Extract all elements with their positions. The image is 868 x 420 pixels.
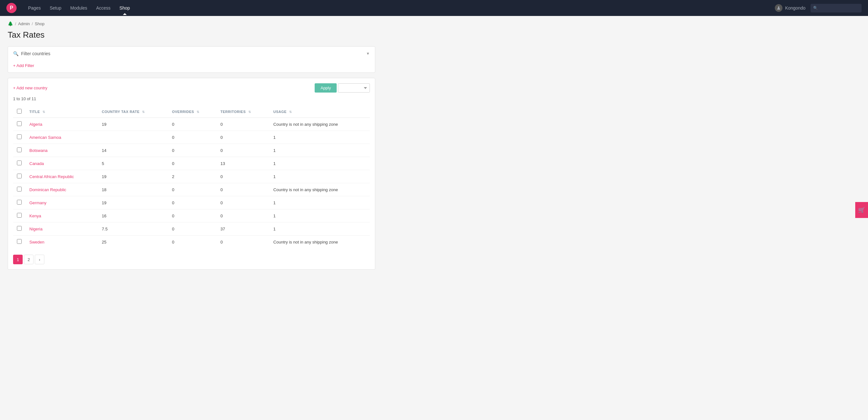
pagination: 12› <box>13 255 370 264</box>
sort-overrides-icon: ⇅ <box>196 110 199 114</box>
nav-link-access[interactable]: Access <box>92 3 114 12</box>
row-checkbox-8[interactable] <box>17 226 22 231</box>
row-usage-8: 1 <box>270 222 370 236</box>
row-taxrate-6: 19 <box>98 196 168 209</box>
filter-chevron-icon: ▼ <box>366 51 370 56</box>
country-link-0[interactable]: Algeria <box>29 122 42 127</box>
row-checkbox-cell <box>13 170 26 183</box>
row-territories-8: 37 <box>217 222 270 236</box>
add-filter-link[interactable]: + Add Filter <box>8 61 375 72</box>
row-title-4: Central African Republic <box>26 170 98 183</box>
col-title[interactable]: Title ⇅ <box>26 106 98 118</box>
table-row: Germany 19 0 0 1 <box>13 196 370 209</box>
row-checkbox-cell <box>13 118 26 131</box>
row-taxrate-4: 19 <box>98 170 168 183</box>
cart-icon: 🛒 <box>858 207 865 213</box>
col-overrides[interactable]: Overrides ⇅ <box>168 106 217 118</box>
col-country-tax-rate[interactable]: Country Tax Rate ⇅ <box>98 106 168 118</box>
row-title-8: Nigeria <box>26 222 98 236</box>
table-row: American Samoa 0 0 1 <box>13 131 370 144</box>
country-link-7[interactable]: Kenya <box>29 213 41 218</box>
topnav-right: Kongondo <box>775 4 862 12</box>
nav-link-modules[interactable]: Modules <box>66 3 91 12</box>
row-title-5: Dominican Republic <box>26 183 98 196</box>
row-usage-4: 1 <box>270 170 370 183</box>
row-taxrate-9: 25 <box>98 236 168 249</box>
add-country-link[interactable]: + Add new country <box>13 86 47 90</box>
toolbar-right: Apply Delete <box>315 83 370 93</box>
row-usage-6: 1 <box>270 196 370 209</box>
country-link-5[interactable]: Dominican Republic <box>29 187 66 192</box>
nav-link-shop[interactable]: Shop <box>116 3 134 12</box>
col-usage[interactable]: Usage ⇅ <box>270 106 370 118</box>
row-checkbox-9[interactable] <box>17 239 22 244</box>
country-link-8[interactable]: Nigeria <box>29 227 42 231</box>
row-overrides-0: 0 <box>168 118 217 131</box>
svg-point-0 <box>778 6 780 8</box>
filter-header[interactable]: 🔍 Filter countries ▼ <box>8 47 375 61</box>
row-checkbox-0[interactable] <box>17 121 22 126</box>
page-next-button[interactable]: › <box>35 255 44 264</box>
row-checkbox-2[interactable] <box>17 147 22 152</box>
row-overrides-9: 0 <box>168 236 217 249</box>
country-link-1[interactable]: American Samoa <box>29 135 61 140</box>
row-taxrate-0: 19 <box>98 118 168 131</box>
sort-usage-icon: ⇅ <box>289 110 292 114</box>
user-menu[interactable]: Kongondo <box>775 4 805 12</box>
row-checkbox-5[interactable] <box>17 187 22 191</box>
row-territories-7: 0 <box>217 209 270 222</box>
add-country-label: + Add new country <box>13 86 47 90</box>
filter-label: Filter countries <box>21 51 51 56</box>
nav-links: PagesSetupModulesAccessShop <box>24 3 767 12</box>
page-btn-1[interactable]: 1 <box>13 255 23 264</box>
row-taxrate-8: 7.5 <box>98 222 168 236</box>
row-overrides-7: 0 <box>168 209 217 222</box>
bulk-action-select[interactable]: Delete <box>338 83 370 93</box>
country-link-4[interactable]: Central African Republic <box>29 174 74 179</box>
breadcrumb-admin[interactable]: Admin <box>18 21 30 26</box>
table-row: Central African Republic 19 2 0 1 <box>13 170 370 183</box>
select-all-checkbox[interactable] <box>17 109 22 114</box>
row-checkbox-cell <box>13 236 26 249</box>
country-link-9[interactable]: Sweden <box>29 240 44 244</box>
row-taxrate-2: 14 <box>98 144 168 157</box>
row-title-7: Kenya <box>26 209 98 222</box>
row-usage-0: Country is not in any shipping zone <box>270 118 370 131</box>
row-territories-0: 0 <box>217 118 270 131</box>
col-territories[interactable]: Territories ⇅ <box>217 106 270 118</box>
row-usage-5: Country is not in any shipping zone <box>270 183 370 196</box>
table-area: + Add new country Apply Delete 1 to 10 o… <box>8 78 375 270</box>
table-row: Nigeria 7.5 0 37 1 <box>13 222 370 236</box>
row-territories-9: 0 <box>217 236 270 249</box>
breadcrumb-shop[interactable]: Shop <box>35 21 44 26</box>
row-title-1: American Samoa <box>26 131 98 144</box>
logo[interactable]: P <box>6 3 17 13</box>
country-link-6[interactable]: Germany <box>29 201 46 205</box>
row-usage-2: 1 <box>270 144 370 157</box>
nav-link-setup[interactable]: Setup <box>46 3 65 12</box>
row-checkbox-6[interactable] <box>17 200 22 205</box>
row-usage-3: 1 <box>270 157 370 170</box>
table-body: Algeria 19 0 0 Country is not in any shi… <box>13 118 370 249</box>
row-overrides-4: 2 <box>168 170 217 183</box>
row-checkbox-7[interactable] <box>17 213 22 218</box>
row-checkbox-4[interactable] <box>17 174 22 178</box>
search-wrapper <box>811 4 862 12</box>
table-toolbar: + Add new country Apply Delete <box>13 83 370 93</box>
row-checkbox-1[interactable] <box>17 134 22 139</box>
search-input[interactable] <box>811 4 862 12</box>
row-usage-7: 1 <box>270 209 370 222</box>
country-link-3[interactable]: Canada <box>29 161 44 166</box>
row-territories-2: 0 <box>217 144 270 157</box>
apply-button[interactable]: Apply <box>315 83 337 93</box>
cart-sidebar-button[interactable]: 🛒 <box>855 202 868 218</box>
row-checkbox-3[interactable] <box>17 160 22 165</box>
row-checkbox-cell <box>13 131 26 144</box>
nav-link-pages[interactable]: Pages <box>24 3 45 12</box>
country-link-2[interactable]: Botswana <box>29 148 48 153</box>
data-table: Title ⇅ Country Tax Rate ⇅ Overrides ⇅ T… <box>13 106 370 248</box>
page-btn-2[interactable]: 2 <box>24 255 33 264</box>
home-breadcrumb[interactable]: 🌲 <box>8 21 13 26</box>
row-overrides-6: 0 <box>168 196 217 209</box>
filter-search-icon: 🔍 <box>13 51 19 56</box>
